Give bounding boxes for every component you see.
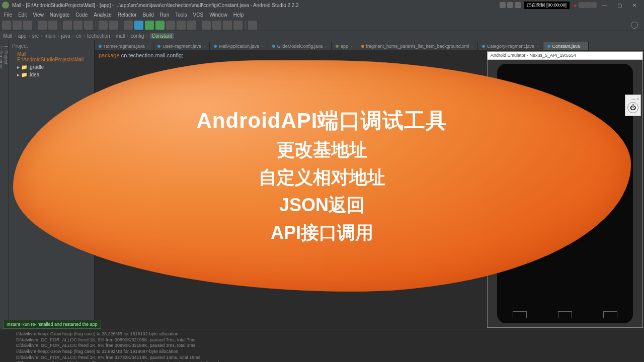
run-console[interactable]: I/dalvikvm-heap: Grow heap (frag case) t… xyxy=(0,329,644,362)
crumb-src[interactable]: src xyxy=(32,33,39,39)
splash-line4: JSON返回 xyxy=(279,193,365,218)
tab-app[interactable]: app× xyxy=(332,42,357,50)
maximize-button[interactable]: ▢ xyxy=(612,3,627,8)
cut-button[interactable] xyxy=(63,21,72,30)
crumb-cn[interactable]: cn xyxy=(76,33,82,39)
paste-button[interactable] xyxy=(84,21,93,30)
breadcrumb: Mall app src main java cn techection mal… xyxy=(0,31,644,40)
app-icon xyxy=(2,2,9,9)
crumb-app[interactable]: app xyxy=(18,33,27,39)
menu-view[interactable]: View xyxy=(31,12,46,18)
window-title: Mall - [E:\AndroidStudioProjects\Mall] -… xyxy=(12,3,500,8)
menu-edit[interactable]: Edit xyxy=(16,12,29,18)
instant-run-notification[interactable]: Instant Run re-installed and restarted t… xyxy=(3,320,101,329)
close-button[interactable]: ✕ xyxy=(627,3,642,8)
menu-refactor[interactable]: Refactor xyxy=(116,12,139,18)
crumb-mall[interactable]: Mall xyxy=(3,33,12,39)
sync-button[interactable] xyxy=(23,21,32,30)
menubar: File Edit View Navigate Code Analyze Ref… xyxy=(0,10,644,19)
menu-vcs[interactable]: VCS xyxy=(191,12,206,18)
toolbar-icons xyxy=(500,2,521,8)
help-button[interactable] xyxy=(248,21,257,30)
main-toolbar xyxy=(0,19,644,31)
open-button[interactable] xyxy=(2,21,11,30)
tab-constant[interactable]: Constant.java× xyxy=(543,42,589,50)
menu-code[interactable]: Code xyxy=(73,12,90,18)
back-button[interactable] xyxy=(99,21,108,30)
debug-button[interactable] xyxy=(155,21,165,30)
splash-line2: 更改基地址 xyxy=(277,138,367,162)
emulator-title: Android Emulator - Nexus_5_API_19:5554 xyxy=(488,52,642,60)
copy-button[interactable] xyxy=(73,21,83,30)
save-button[interactable] xyxy=(13,21,22,30)
tab-mallapp[interactable]: MallApplication.java× xyxy=(210,42,268,50)
gradle-button[interactable] xyxy=(223,21,232,30)
structure-button[interactable] xyxy=(233,21,243,30)
crumb-techection[interactable]: techection xyxy=(87,33,110,39)
profile-button[interactable] xyxy=(166,21,175,30)
nav-recent-icon[interactable] xyxy=(603,311,617,318)
tab-userfragment[interactable]: UserFragment.java× xyxy=(153,42,210,50)
run-config-button[interactable] xyxy=(134,21,143,30)
nav-home-icon[interactable] xyxy=(558,311,572,318)
tab-homefragment[interactable]: HomeFragment.java× xyxy=(95,42,153,50)
crumb-main[interactable]: main xyxy=(44,33,55,39)
menu-file[interactable]: File xyxy=(2,12,14,18)
tab-xml[interactable]: fragment_home_params_list_item_backgroun… xyxy=(357,42,478,50)
project-header: Project xyxy=(11,42,92,50)
tab-glide[interactable]: GlideModelConfig.java× xyxy=(268,42,332,50)
attach-button[interactable] xyxy=(177,21,186,30)
splash-line1: AndroidAPI端口调试工具 xyxy=(197,107,448,135)
tab-category[interactable]: CategoryFragment.java× xyxy=(478,42,543,50)
overlay-splash: AndroidAPI端口调试工具 更改基地址 自定义相对地址 JSON返回 AP… xyxy=(0,60,644,292)
menu-build[interactable]: Build xyxy=(141,12,156,18)
run-button[interactable] xyxy=(145,21,154,30)
menu-analyze[interactable]: Analyze xyxy=(92,12,114,18)
crumb-mall2[interactable]: mall xyxy=(116,33,125,39)
recording-badge: 正在录制 [00:00:00] xyxy=(524,2,570,9)
redo-button[interactable] xyxy=(48,21,57,30)
sdk-button[interactable] xyxy=(212,21,221,30)
menu-window[interactable]: Window xyxy=(207,12,229,18)
undo-button[interactable] xyxy=(38,21,47,30)
minimize-button[interactable]: — xyxy=(597,3,612,8)
make-button[interactable] xyxy=(124,21,133,30)
stop-button[interactable] xyxy=(187,21,196,30)
window-titlebar: Mall - [E:\AndroidStudioProjects\Mall] -… xyxy=(0,0,644,10)
emulator-nav xyxy=(497,311,633,318)
menu-help[interactable]: Help xyxy=(231,12,246,18)
splash-line3: 自定义相对地址 xyxy=(259,165,385,190)
menu-navigate[interactable]: Navigate xyxy=(48,12,71,18)
forward-button[interactable] xyxy=(109,21,118,30)
crumb-config[interactable]: config xyxy=(131,33,144,39)
search-icon[interactable] xyxy=(631,22,638,29)
menu-run[interactable]: Run xyxy=(158,12,171,18)
avd-button[interactable] xyxy=(202,21,211,30)
menu-tools[interactable]: Tools xyxy=(173,12,189,18)
crumb-constant[interactable]: Constant xyxy=(150,33,174,39)
crumb-java[interactable]: java xyxy=(61,33,70,39)
nav-back-icon[interactable] xyxy=(513,311,527,318)
splash-line5: API接口调用 xyxy=(271,221,373,245)
editor-tabs: HomeFragment.java× UserFragment.java× Ma… xyxy=(95,40,644,50)
